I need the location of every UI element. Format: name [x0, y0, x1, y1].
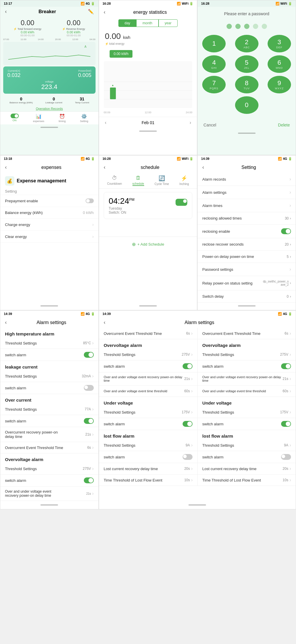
switch-delay-row[interactable]: Switch delay 0 › [198, 290, 296, 303]
overcurrent-event-top-r2[interactable]: Overcurrent Event Threshold Time 6s › [198, 328, 296, 339]
forward-time: 00:00-01:00 [13, 34, 41, 37]
overvoltage-threshold-r2[interactable]: Threshold Settings 275V › [198, 349, 296, 360]
under-over-recovery-left[interactable]: Over and under voltage event recovery po… [0, 487, 98, 501]
charge-energy-row[interactable]: Charge energy › [0, 219, 98, 231]
high-temp-switch[interactable]: switch alarm [0, 349, 98, 361]
prev-date-btn[interactable]: ‹ [105, 120, 106, 125]
undervoltage-toggle-r2[interactable] [281, 421, 291, 427]
lost-flow-toggle-r[interactable] [183, 454, 193, 460]
num-btn-3[interactable]: 3 DEF [268, 35, 291, 52]
overcurrent-recovery-row[interactable]: Overcurrent recovery power-on delay time… [0, 427, 98, 442]
overvoltage-switch-r2[interactable]: switch alarm [198, 360, 296, 372]
edit-icon-breaker[interactable]: ✏️ [88, 9, 94, 14]
password-settings-row[interactable]: Password settings › [198, 263, 296, 276]
tab-cycle[interactable]: 🔄 Cycle Time [154, 175, 169, 186]
tab-inching[interactable]: ⚡ Inching [179, 175, 189, 186]
lost-flow-switch-r2[interactable]: switch alarm [198, 451, 296, 463]
delete-btn[interactable]: Delete [278, 123, 290, 127]
time-threshold-lost-flow-r[interactable]: Time Threshold of Lost Flow Event 10s › [99, 475, 198, 486]
num-btn-6[interactable]: 6 MNO [268, 55, 291, 73]
reclose-recover-row[interactable]: reclose recover seconds 20 › [198, 238, 296, 251]
nav-expenses[interactable]: 📊 expenses [33, 114, 45, 123]
under-over-threshold-r2[interactable]: Over and under voltage event time thresh… [198, 386, 296, 397]
prepayment-toggle[interactable] [86, 198, 94, 203]
setting-icon: ⚙️ [81, 114, 87, 119]
time-threshold-lost-flow-r2[interactable]: Time Threshold of Lost Flow Event 10s › [198, 475, 296, 486]
undervoltage-threshold-r2[interactable]: Threshold Settings 175V › [198, 407, 296, 418]
power-on-delay-row[interactable]: Power-on delay power-on time 5 › [198, 251, 296, 263]
under-over-recovery-r[interactable]: Over and under voltage event recovery po… [99, 372, 198, 386]
num-btn-9[interactable]: 9 WXYZ [268, 76, 291, 93]
undervoltage-switch-r[interactable]: switch alarm [99, 418, 198, 430]
reclosing-enable-row[interactable]: reclosing enable [198, 225, 296, 238]
prepayment-row[interactable]: Prepayment enable [0, 195, 98, 207]
tab-countdown[interactable]: ⏱ Countdown [107, 175, 122, 186]
num-btn-7[interactable]: 7 PQRS [202, 76, 226, 93]
nav-timing[interactable]: ⏰ timing [59, 114, 66, 123]
overvoltage-threshold-left[interactable]: Threshold Settings 275V › [0, 463, 98, 475]
alarm-records-row[interactable]: Alarm records › [198, 173, 296, 186]
num-btn-8[interactable]: 8 TUV [235, 76, 258, 93]
cancel-btn[interactable]: Cancel [203, 123, 216, 127]
back-icon-schedule[interactable]: ‹ [104, 164, 106, 170]
clear-energy-row[interactable]: Clear energy › [0, 231, 98, 243]
back-icon-setting[interactable]: ‹ [202, 164, 204, 170]
reclosing-enable-toggle[interactable] [281, 228, 291, 234]
tab-schedule[interactable]: 🗓 schedule [132, 175, 144, 186]
undervoltage-switch-r2[interactable]: switch alarm [198, 418, 296, 430]
num-btn-4[interactable]: 4 GHI [202, 55, 226, 73]
under-over-threshold-r[interactable]: Over and under voltage event time thresh… [99, 386, 198, 397]
overvoltage-toggle-left[interactable] [84, 477, 94, 483]
overvoltage-toggle-r[interactable] [183, 363, 193, 369]
breaker-chart: A [3, 42, 96, 65]
lost-flow-switch-r[interactable]: switch alarm [99, 451, 198, 463]
lost-current-recovery-r[interactable]: Lost current recovery delay time 20s › [99, 463, 198, 475]
under-over-recovery-r2[interactable]: Over and under voltage event recovery po… [198, 372, 296, 386]
nav-on[interactable]: ON [11, 114, 19, 123]
power-label: Power(kW) [78, 69, 91, 72]
num-btn-2[interactable]: 2 ABC [235, 35, 258, 52]
high-temp-toggle[interactable] [84, 352, 94, 358]
tab-month[interactable]: month [136, 19, 158, 27]
back-icon-energy[interactable]: ‹ [104, 9, 106, 15]
network-setting: 📶 4G 🔋 [278, 157, 292, 161]
lost-flow-threshold-r[interactable]: Threshold Settings 9A › [99, 440, 198, 451]
overvoltage-threshold-r[interactable]: Threshold Settings 275V › [99, 349, 198, 360]
lost-current-recovery-r2[interactable]: Lost current recovery delay time 20s › [198, 463, 296, 475]
alarm-settings-row[interactable]: Alarm settings › [198, 186, 296, 199]
lost-flow-toggle-r2[interactable] [281, 454, 291, 460]
back-icon-alarm-right[interactable]: ‹ [104, 319, 106, 326]
overcurrent-event-row[interactable]: Overcurrent Event Threshold Time 6s › [0, 442, 98, 453]
overvoltage-switch-left[interactable]: switch alarm [0, 475, 98, 487]
overvoltage-toggle-r2[interactable] [281, 363, 291, 369]
nav-setting[interactable]: ⚙️ Setting [80, 114, 88, 123]
balance-label: Balance energy (kWh) [10, 101, 33, 104]
undervoltage-threshold-r[interactable]: Threshold Settings 175V › [99, 407, 198, 418]
undervoltage-toggle-r[interactable] [183, 421, 193, 427]
overvoltage-switch-r[interactable]: switch alarm [99, 360, 198, 372]
schedule-toggle[interactable] [176, 199, 187, 206]
back-icon-expenses[interactable]: ‹ [5, 164, 7, 170]
overcurrent-toggle[interactable] [84, 418, 94, 424]
alarm-times-row[interactable]: Alarm times › [198, 199, 296, 212]
lost-flow-threshold-r2[interactable]: Threshold Settings 9A › [198, 440, 296, 451]
leakage-toggle[interactable] [84, 385, 94, 391]
toggle-on-icon[interactable] [11, 114, 19, 118]
num-btn-5[interactable]: 5 JKL [235, 55, 258, 73]
overcurrent-event-top[interactable]: Overcurrent Event Threshold Time 6s › [99, 328, 198, 339]
high-temp-threshold[interactable]: Threshold Settings 85°C › [0, 338, 98, 349]
overcurrent-switch[interactable]: switch alarm [0, 415, 98, 427]
overcurrent-threshold[interactable]: Threshold Settings 77A › [0, 404, 98, 415]
add-schedule-btn[interactable]: ⊕ + Add Schedule [99, 237, 197, 252]
reclosing-allowed-row[interactable]: reclosing allowed times 30 › [198, 212, 296, 225]
back-icon-alarm-left[interactable]: ‹ [5, 319, 7, 326]
op-record[interactable]: Operation Records [0, 106, 98, 112]
num-btn-0[interactable]: 0 [235, 96, 258, 114]
num-btn-1[interactable]: 1 [202, 35, 226, 52]
leakage-switch[interactable]: switch alarm [0, 382, 98, 394]
tab-day[interactable]: day [118, 19, 136, 27]
relay-power-row[interactable]: Relay power-on status setting dp_swithc_… [198, 276, 296, 290]
leakage-threshold[interactable]: Threshold Settings 32mA › [0, 371, 98, 382]
next-date-btn[interactable]: › [190, 120, 191, 125]
tab-year[interactable]: year [159, 19, 178, 27]
